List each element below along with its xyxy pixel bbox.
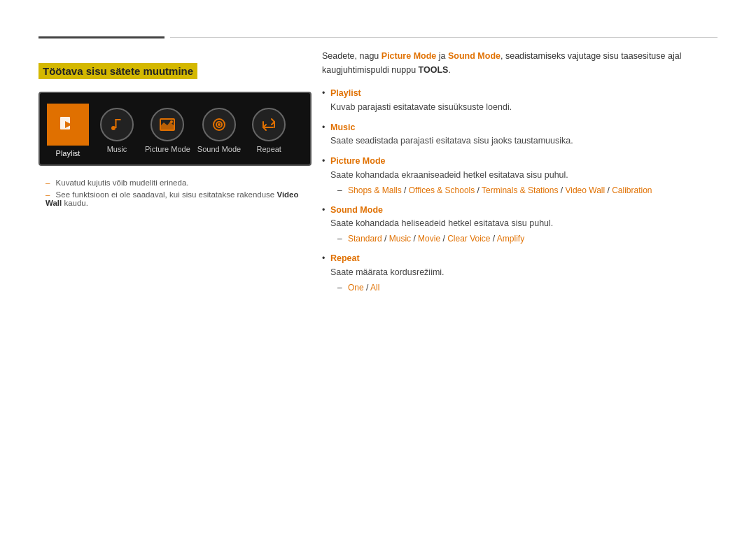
svg-point-9 [218, 123, 220, 126]
note-2-suffix: kaudu. [62, 199, 88, 207]
picture-sep-2: / [475, 185, 482, 195]
intro-bold-end: TOOLS [419, 65, 449, 75]
note-2-prefix: See funktsioon ei ole saadaval, kui sisu… [56, 190, 277, 199]
intro-period: . [448, 65, 450, 75]
picture-opt-3: Terminals & Stations [482, 185, 558, 195]
player-item-picture-mode[interactable]: Picture Mode [145, 108, 190, 153]
sound-opt-1: Standard [348, 234, 382, 244]
sound-sep-1: / [382, 234, 389, 244]
feature-item-sound-mode: Sound Mode Saate kohandada heliseadeid h… [322, 204, 718, 246]
sound-sep-3: / [440, 234, 447, 244]
feature-desc-picture-mode: Saate kohandada ekraaniseadeid hetkel es… [330, 169, 718, 182]
note-2: See funktsioon ei ole saadaval, kui sisu… [38, 190, 312, 207]
svg-point-6 [170, 120, 173, 123]
feature-sub-picture-mode: Shops & Malls / Offices & Schools / Term… [330, 184, 718, 197]
picture-opt-1: Shops & Malls [348, 185, 402, 195]
picture-opt-4: Video Wall [565, 185, 605, 195]
feature-desc-music: Saate seadistada parajasti esitatava sis… [330, 134, 718, 148]
picture-mode-label: Picture Mode [145, 145, 190, 153]
feature-sub-repeat: One / All [330, 281, 718, 294]
sound-opt-5: Amplify [497, 234, 524, 244]
picture-opt-2: Offices & Schools [409, 185, 475, 195]
picture-opt-5: Calibration [612, 185, 652, 195]
intro-middle: ja [436, 51, 448, 61]
feature-desc-playlist: Kuvab parajasti esitatavate sisuüksuste … [330, 101, 718, 114]
top-decorative-lines [38, 36, 718, 38]
playlist-icon [47, 104, 89, 146]
repeat-sep-1: / [364, 283, 370, 293]
repeat-opt-2: All [370, 283, 379, 293]
intro-highlight1: Picture Mode [382, 51, 437, 61]
intro-prefix: Seadete, nagu [322, 51, 382, 61]
feature-title-sound-mode: Sound Mode [330, 205, 383, 215]
player-item-playlist[interactable]: Playlist [47, 104, 89, 157]
intro-paragraph: Seadete, nagu Picture Mode ja Sound Mode… [322, 49, 718, 77]
svg-point-2 [111, 126, 115, 130]
player-box: Playlist Music Picture Mod [38, 92, 312, 166]
note-1-text: Kuvatud kujutis võib mudeliti erineda. [56, 178, 189, 187]
feature-item-picture-mode: Picture Mode Saate kohandada ekraanisead… [322, 155, 718, 197]
player-item-music[interactable]: Music [96, 108, 138, 153]
intro-highlight2: Sound Mode [448, 51, 500, 61]
note-1: Kuvatud kujutis võib mudeliti erineda. [38, 178, 312, 187]
picture-mode-icon [150, 108, 184, 141]
sound-mode-icon [202, 108, 236, 141]
left-column: Töötava sisu sätete muutmine Playlist [38, 49, 312, 211]
feature-item-repeat: Repeat Saate määrata kordusrežiimi. One … [322, 252, 718, 294]
music-label: Music [107, 145, 127, 153]
top-line-light [170, 37, 718, 38]
feature-title-repeat: Repeat [330, 253, 360, 263]
sound-sep-2: / [411, 234, 418, 244]
picture-sep-4: / [605, 185, 612, 195]
repeat-label: Repeat [256, 145, 281, 153]
picture-sep-3: / [558, 185, 565, 195]
feature-desc-sound-mode: Saate kohandada heliseadeid hetkel esita… [330, 217, 718, 230]
sound-sep-4: / [491, 234, 497, 244]
feature-title-music: Music [330, 122, 355, 132]
repeat-opt-1: One [348, 283, 364, 293]
page-title: Töötava sisu sätete muutmine [38, 63, 197, 79]
right-column: Seadete, nagu Picture Mode ja Sound Mode… [322, 49, 718, 301]
feature-list: Playlist Kuvab parajasti esitatavate sis… [322, 87, 718, 294]
picture-sep-1: / [402, 185, 409, 195]
svg-rect-4 [115, 119, 121, 120]
player-item-sound-mode[interactable]: Sound Mode [197, 108, 241, 153]
sound-opt-4: Clear Voice [447, 234, 490, 244]
top-line-dark [38, 36, 164, 38]
feature-item-music: Music Saate seadistada parajasti esitata… [322, 121, 718, 148]
repeat-icon [252, 108, 286, 141]
music-icon [100, 108, 134, 141]
player-item-repeat[interactable]: Repeat [248, 108, 290, 153]
feature-title-picture-mode: Picture Mode [330, 156, 386, 166]
playlist-label: Playlist [56, 149, 80, 157]
feature-item-playlist: Playlist Kuvab parajasti esitatavate sis… [322, 87, 718, 114]
feature-desc-repeat: Saate määrata kordusrežiimi. [330, 266, 718, 279]
sound-opt-2: Music [389, 234, 411, 244]
feature-sub-sound-mode: Standard / Music / Movie / Clear Voice /… [330, 232, 718, 245]
sound-opt-3: Movie [418, 234, 440, 244]
sound-mode-label: Sound Mode [197, 145, 241, 153]
feature-title-playlist: Playlist [330, 88, 361, 98]
